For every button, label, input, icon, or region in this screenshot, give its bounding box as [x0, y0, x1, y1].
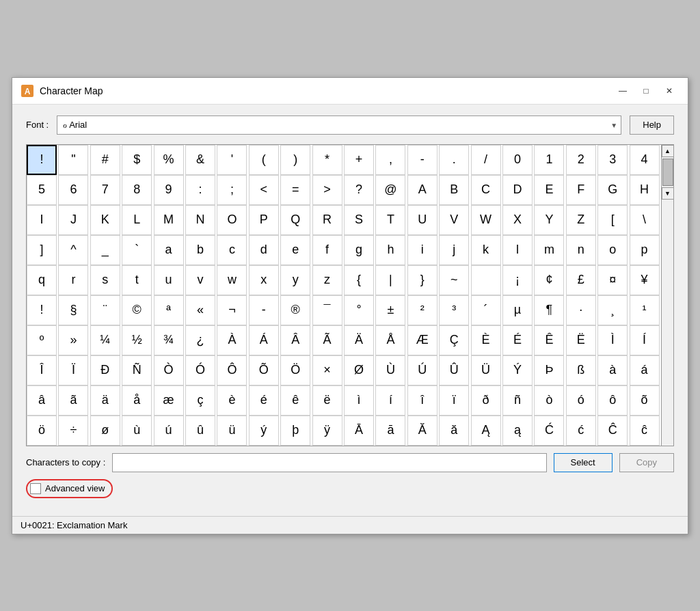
- char-cell[interactable]: Ã: [312, 325, 342, 355]
- char-cell[interactable]: >: [312, 175, 342, 205]
- char-cell[interactable]: j: [439, 235, 469, 265]
- char-cell[interactable]: Ä: [344, 325, 374, 355]
- char-cell[interactable]: z: [312, 265, 342, 295]
- char-cell[interactable]: ć: [566, 416, 596, 446]
- char-cell[interactable]: ,: [375, 145, 405, 175]
- char-cell[interactable]: þ: [280, 416, 310, 446]
- char-cell[interactable]: å: [122, 385, 152, 416]
- char-cell[interactable]: %: [154, 145, 184, 175]
- char-cell[interactable]: Ø: [344, 355, 374, 385]
- char-cell[interactable]: a: [154, 235, 184, 265]
- char-cell[interactable]: -: [407, 145, 438, 175]
- char-cell[interactable]: ª: [154, 295, 184, 325]
- char-cell[interactable]: e: [280, 235, 310, 265]
- char-cell[interactable]: °: [344, 295, 374, 325]
- char-cell[interactable]: û: [185, 416, 215, 446]
- char-cell[interactable]: ]: [27, 235, 57, 265]
- copy-button[interactable]: Copy: [619, 453, 674, 472]
- char-cell[interactable]: ý: [249, 416, 279, 446]
- char-cell[interactable]: ³: [439, 295, 469, 325]
- char-cell[interactable]: Å: [375, 325, 405, 355]
- scroll-up-icon[interactable]: ▲: [662, 145, 674, 157]
- char-cell[interactable]: ø: [90, 416, 120, 446]
- char-cell[interactable]: M: [154, 205, 184, 235]
- char-cell[interactable]: Ó: [185, 355, 215, 385]
- char-cell[interactable]: U: [407, 205, 438, 235]
- char-cell[interactable]: ā: [375, 416, 405, 446]
- char-cell[interactable]: k: [471, 235, 501, 265]
- char-cell[interactable]: »: [58, 325, 88, 355]
- char-cell[interactable]: Ë: [566, 325, 596, 355]
- char-cell[interactable]: Þ: [534, 355, 564, 385]
- scroll-down-icon[interactable]: ▼: [662, 187, 674, 200]
- char-cell[interactable]: (: [249, 145, 279, 175]
- char-cell[interactable]: 4: [630, 145, 660, 175]
- char-cell[interactable]: ò: [534, 385, 564, 416]
- char-cell[interactable]: 6: [58, 175, 88, 205]
- char-cell[interactable]: ê: [280, 385, 310, 416]
- char-cell[interactable]: Ñ: [122, 355, 152, 385]
- char-cell[interactable]: F: [566, 175, 596, 205]
- char-cell[interactable]: d: [249, 235, 279, 265]
- close-button[interactable]: ✕: [659, 83, 679, 98]
- char-cell[interactable]: 9: [154, 175, 184, 205]
- char-cell[interactable]: X: [502, 205, 533, 235]
- char-cell[interactable]: ì: [344, 385, 374, 416]
- char-cell[interactable]: R: [312, 205, 342, 235]
- char-cell[interactable]: I: [27, 205, 57, 235]
- char-cell[interactable]: ÷: [58, 416, 88, 446]
- char-cell[interactable]: 2: [566, 145, 596, 175]
- char-cell[interactable]: õ: [630, 385, 660, 416]
- help-button[interactable]: Help: [630, 116, 674, 135]
- char-cell[interactable]: Â: [280, 325, 310, 355]
- char-cell[interactable]: ×: [312, 355, 342, 385]
- char-cell[interactable]: ë: [312, 385, 342, 416]
- char-cell[interactable]: Ê: [534, 325, 564, 355]
- char-cell[interactable]: 8: [122, 175, 152, 205]
- char-cell[interactable]: 5: [27, 175, 57, 205]
- char-cell[interactable]: E: [534, 175, 564, 205]
- char-cell[interactable]: [: [597, 205, 628, 235]
- char-cell[interactable]: &: [185, 145, 215, 175]
- char-cell[interactable]: A: [407, 175, 438, 205]
- char-cell[interactable]: Ú: [407, 355, 438, 385]
- char-cell[interactable]: !: [27, 145, 57, 175]
- char-cell[interactable]: |: [375, 265, 405, 295]
- char-cell[interactable]: ;: [217, 175, 247, 205]
- char-cell[interactable]: Ĉ: [597, 416, 628, 446]
- char-cell[interactable]: H: [630, 175, 660, 205]
- char-cell[interactable]: ă: [439, 416, 469, 446]
- char-cell[interactable]: «: [185, 295, 215, 325]
- char-cell[interactable]: Y: [534, 205, 564, 235]
- char-cell[interactable]: ¶: [534, 295, 564, 325]
- char-cell[interactable]: ¸: [597, 295, 628, 325]
- char-cell[interactable]: ¥: [630, 265, 660, 295]
- char-cell[interactable]: á: [630, 355, 660, 385]
- char-cell[interactable]: @: [375, 175, 405, 205]
- font-select[interactable]: ℴ Arial: [57, 116, 621, 135]
- char-cell[interactable]: ": [58, 145, 88, 175]
- char-cell[interactable]: W: [471, 205, 501, 235]
- char-cell[interactable]: K: [90, 205, 120, 235]
- char-cell[interactable]: é: [249, 385, 279, 416]
- char-cell[interactable]: b: [185, 235, 215, 265]
- char-cell[interactable]: -: [249, 295, 279, 325]
- char-cell[interactable]: *: [312, 145, 342, 175]
- char-cell[interactable]: À: [217, 325, 247, 355]
- char-cell[interactable]: ±: [375, 295, 405, 325]
- char-cell[interactable]: §: [58, 295, 88, 325]
- char-cell[interactable]: ĉ: [630, 416, 660, 446]
- char-cell[interactable]: º: [27, 325, 57, 355]
- char-cell[interactable]: P: [249, 205, 279, 235]
- char-cell[interactable]: ': [217, 145, 247, 175]
- char-cell[interactable]: ç: [185, 385, 215, 416]
- characters-to-copy-input[interactable]: [112, 453, 546, 472]
- char-cell[interactable]: ñ: [502, 385, 533, 416]
- advanced-view-label[interactable]: Advanced view: [45, 483, 105, 493]
- char-cell[interactable]: ã: [58, 385, 88, 416]
- char-cell[interactable]: ï: [439, 385, 469, 416]
- char-cell[interactable]: ¤: [597, 265, 628, 295]
- char-cell[interactable]: .: [439, 145, 469, 175]
- char-cell[interactable]: ¾: [154, 325, 184, 355]
- char-cell[interactable]: w: [217, 265, 247, 295]
